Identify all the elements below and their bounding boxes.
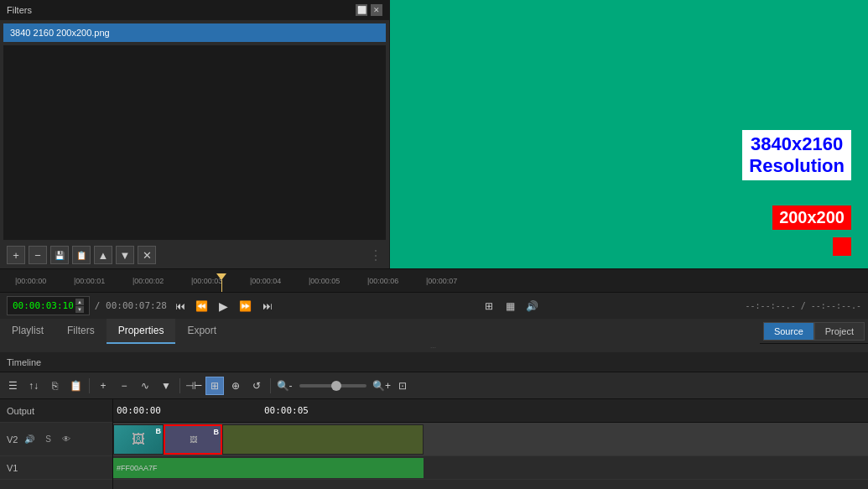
- filters-title-bar: Filters ⬜ ✕: [0, 0, 389, 20]
- ruler-mark-3: |00:00:03: [191, 277, 250, 285]
- tl-curve-button[interactable]: ∿: [136, 377, 154, 395]
- goto-end-button[interactable]: ⏭: [259, 298, 276, 315]
- timeline-header: Timeline: [0, 352, 868, 372]
- fast-forward-button[interactable]: ⏩: [237, 298, 254, 315]
- panel-close-button[interactable]: ✕: [371, 4, 382, 16]
- tl-add-button[interactable]: +: [94, 377, 112, 395]
- v2-clip-3[interactable]: [222, 424, 424, 455]
- source-project-row: Source Project: [760, 319, 868, 343]
- v2-clip-2[interactable]: 🖼 B: [164, 424, 222, 455]
- tl-scrub-button[interactable]: ↺: [247, 377, 266, 395]
- current-time-value: 00:00:03:10: [13, 300, 74, 311]
- timeline-tracks: Output V2 🔊 S 👁 V1 00:00:00 00:00:05: [0, 399, 868, 489]
- project-tab[interactable]: Project: [814, 322, 865, 341]
- grid-button[interactable]: ▦: [502, 298, 519, 315]
- timeline-ruler: |00:00:00 |00:00:01 |00:00:02 |00:00:03 …: [0, 268, 868, 292]
- v2-track-row: 🖼 B 🖼 B: [113, 423, 868, 456]
- filter-item-label: 3840 2160 200x200.png: [10, 28, 110, 38]
- ruler-mark-2: |00:00:02: [133, 277, 191, 285]
- tl-copy-button[interactable]: ⎘: [45, 377, 64, 395]
- ruler-mark-5: |00:00:05: [309, 277, 367, 285]
- v1-clip-label: #FF00AA7F: [113, 464, 158, 472]
- tl-paste-button[interactable]: 📋: [66, 377, 85, 395]
- current-time-display: 00:00:03:10 ▲ ▼: [7, 296, 90, 315]
- tl-snap-button[interactable]: ⊞: [205, 377, 224, 395]
- filter-preview-area: [3, 45, 386, 240]
- preview-panel: 3840x2160 Resolution 200x200: [390, 0, 868, 268]
- add-filter-button[interactable]: +: [7, 246, 25, 264]
- output-start-time: 00:00:00: [113, 405, 161, 416]
- playhead: [216, 273, 226, 293]
- timeline-toolbar: ☰ ↑↓ ⎘ 📋 + − ∿ ▼ ⊣⊢ ⊞ ⊕ ↺ 🔍- 🔍+ ⊡: [0, 372, 868, 399]
- playhead-triangle: [216, 273, 226, 280]
- source-tab[interactable]: Source: [763, 322, 814, 341]
- rewind-button[interactable]: ⏪: [194, 298, 211, 315]
- v2-clip-1[interactable]: 🖼 B: [113, 424, 164, 455]
- tl-divider-3: [270, 378, 271, 393]
- output-label-row: Output: [0, 399, 112, 423]
- filter-selected-item[interactable]: 3840 2160 200x200.png: [3, 23, 386, 42]
- tl-menu-button[interactable]: ☰: [3, 377, 22, 395]
- v1-clip[interactable]: #FF00AA7F: [113, 458, 424, 478]
- resolution-line1: 3840x2160: [749, 133, 845, 155]
- zoom-out-button[interactable]: 🔍-: [275, 377, 294, 395]
- tab-filters[interactable]: Filters: [55, 319, 107, 344]
- ruler-mark-0: |00:00:00: [15, 277, 74, 285]
- ruler-mark-1: |00:00:01: [74, 277, 133, 285]
- paste-filter-button[interactable]: 📋: [72, 246, 91, 264]
- play-button[interactable]: ▶: [216, 298, 232, 315]
- v2-mute-button[interactable]: 🔊: [23, 433, 36, 446]
- size-label-box: 200x200: [772, 205, 851, 230]
- tl-trim-button[interactable]: ⊣⊢: [185, 377, 203, 395]
- tl-lift-button[interactable]: ↑↓: [24, 377, 43, 395]
- time-down-button[interactable]: ▼: [75, 306, 84, 313]
- filters-title: Filters: [7, 5, 32, 15]
- save-filter-button[interactable]: 💾: [50, 246, 69, 264]
- output-time-row: 00:00:00 00:00:05: [113, 399, 868, 423]
- timecode-sep: /: [801, 301, 806, 310]
- in-timecode: --:--:--.-: [746, 301, 796, 310]
- clip-2-num: B: [214, 428, 220, 436]
- zoom-fit-button[interactable]: ⊡: [393, 377, 412, 395]
- filter-toolbar: + − 💾 📋 ▲ ▼ ✕ ⋮: [0, 242, 389, 268]
- size-text: 200x200: [779, 208, 845, 226]
- ruler-marks-container: |00:00:00 |00:00:01 |00:00:02 |00:00:03 …: [15, 277, 861, 285]
- v2-solo-button[interactable]: S: [41, 433, 55, 446]
- volume-button[interactable]: 🔊: [524, 298, 541, 315]
- bottom-section: |00:00:00 |00:00:01 |00:00:02 |00:00:03 …: [0, 268, 868, 489]
- tab-playlist[interactable]: Playlist: [0, 319, 55, 344]
- panel-restore-button[interactable]: ⬜: [356, 4, 367, 16]
- zoom-thumb: [331, 381, 341, 391]
- output-end-time: 00:00:05: [264, 405, 309, 416]
- v1-track-label: V1: [7, 463, 18, 473]
- close-filter-button[interactable]: ✕: [138, 246, 156, 264]
- zoom-slider[interactable]: [299, 384, 366, 388]
- preview-canvas: 3840x2160 Resolution 200x200: [390, 0, 868, 268]
- tl-ripple-button[interactable]: ⊕: [226, 377, 245, 395]
- v2-eye-button[interactable]: 👁: [60, 433, 73, 446]
- playhead-line: [221, 280, 222, 293]
- ruler-mark-4: |00:00:04: [250, 277, 309, 285]
- move-up-button[interactable]: ▲: [94, 246, 112, 264]
- tab-export[interactable]: Export: [175, 319, 228, 344]
- properties-tab-bar: Playlist Filters Properties Export: [0, 319, 760, 344]
- remove-filter-button[interactable]: −: [29, 246, 47, 264]
- tl-dropdown-button[interactable]: ▼: [157, 377, 175, 395]
- tab-properties[interactable]: Properties: [107, 319, 176, 344]
- v2-track-label: V2: [7, 434, 18, 445]
- panel-controls: ⬜ ✕: [356, 4, 382, 16]
- track-labels: Output V2 🔊 S 👁 V1: [0, 399, 113, 489]
- tl-remove-button[interactable]: −: [115, 377, 133, 395]
- resolution-line2: Resolution: [749, 155, 845, 177]
- filters-panel: Filters ⬜ ✕ 3840 2160 200x200.png + − 💾 …: [0, 0, 390, 268]
- view-options-button[interactable]: ⊞: [481, 298, 497, 315]
- tab-drag-handle: ⋯: [0, 344, 868, 352]
- move-down-button[interactable]: ▼: [116, 246, 134, 264]
- tl-divider-1: [89, 378, 90, 393]
- zoom-in-button[interactable]: 🔍+: [372, 377, 391, 395]
- v1-track-row: #FF00AA7F: [113, 456, 868, 480]
- v1-label-row: V1: [0, 456, 112, 480]
- time-up-button[interactable]: ▲: [75, 299, 84, 305]
- output-track-label: Output: [7, 406, 34, 416]
- goto-start-button[interactable]: ⏮: [172, 298, 189, 315]
